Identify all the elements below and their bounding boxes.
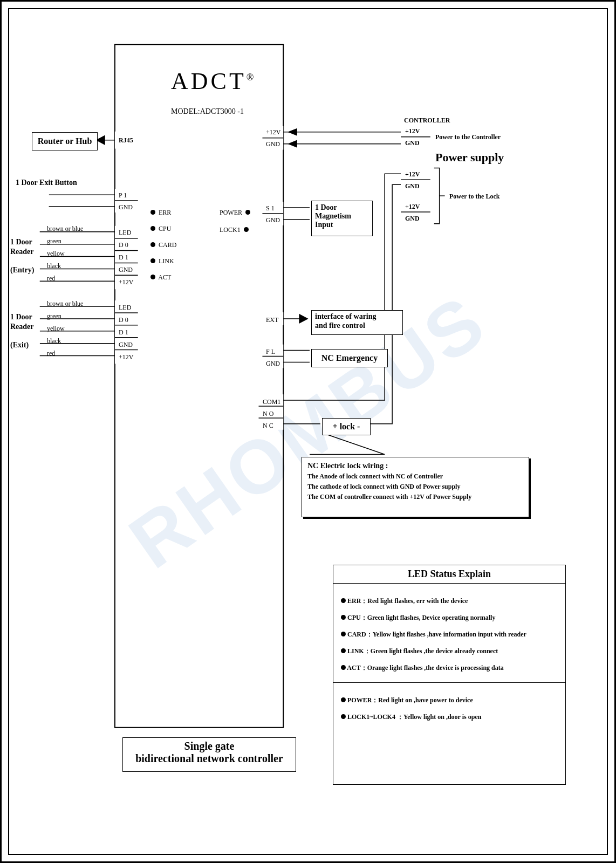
reader-entry-l2: Reader xyxy=(10,248,34,256)
svg-rect-56 xyxy=(33,189,49,205)
legend-link: LINK：Green light flashes ,the device alr… xyxy=(341,647,558,656)
wire-x3: yellow xyxy=(47,325,65,333)
wire-e5: red xyxy=(47,275,55,283)
legend-card: CARD：Yellow light flashes ,have informat… xyxy=(341,630,558,639)
svg-marker-7 xyxy=(289,141,297,147)
nc-wiring-note: NC Electric lock wiring : The Anode of l… xyxy=(302,457,529,517)
legend-title: LED Status Explain xyxy=(333,565,565,584)
reader-entry-l1: 1 Door xyxy=(10,238,32,246)
power-to-lock: Power to the Lock xyxy=(449,193,499,201)
pin-gnd-e: GND xyxy=(119,266,133,274)
exit-button-label: 1 Door Exit Button xyxy=(16,179,77,187)
svg-marker-2 xyxy=(97,136,105,145)
led-power: POWER xyxy=(220,209,250,217)
legend-power: POWER：Red light on ,have power to device xyxy=(341,696,558,705)
wire-e3: yellow xyxy=(47,250,65,258)
pin-led-e: LED xyxy=(119,229,131,237)
rt-nc: N C xyxy=(263,422,273,430)
wire-x1: brown or blue xyxy=(47,300,83,308)
pin-d0-x: D 0 xyxy=(119,316,128,324)
rt-12v: +12V xyxy=(266,128,280,136)
rt-s1: S 1 xyxy=(266,204,275,213)
led-cpu: CPU xyxy=(150,225,171,233)
reader-exit-l1: 1 Door xyxy=(10,313,32,321)
wire-x2: green xyxy=(47,312,61,320)
pin-d1-x: D 1 xyxy=(119,328,128,337)
router-hub-box: Router or Hub xyxy=(32,132,98,150)
psu-l2-12v: +12V xyxy=(405,203,420,211)
wire-x5: red xyxy=(47,350,55,358)
psu-l2-gnd: GND xyxy=(405,215,420,223)
nc-emergency-box: NC Emergency xyxy=(311,349,388,367)
model-label: MODEL:ADCT3000 -1 xyxy=(171,107,244,116)
rt-flgnd: GND xyxy=(266,360,280,368)
led-err: ERR xyxy=(150,209,171,217)
led-lock1: LOCK1 xyxy=(220,226,249,234)
power-supply-label: Power supply xyxy=(435,150,504,165)
legend-act: ACT：Orange light flashes ,the device is … xyxy=(341,663,558,673)
led-link: LINK xyxy=(150,257,174,265)
rt-fl: F L xyxy=(266,348,275,356)
svg-point-57 xyxy=(37,193,45,201)
svg-marker-6 xyxy=(289,129,297,135)
svg-marker-14 xyxy=(299,314,307,323)
inner-frame: RHOMBUS xyxy=(8,8,608,855)
controller-label: CONTROLLER xyxy=(404,117,450,125)
power-to-controller: Power to the Controller xyxy=(435,133,501,141)
pin-12v-e: +12V xyxy=(119,278,133,286)
legend-box: LED Status Explain ERR：Red light flashes… xyxy=(333,565,566,785)
led-card: CARD xyxy=(150,241,176,249)
psu-c-gnd: GND xyxy=(405,139,420,147)
pin-led-x: LED xyxy=(119,304,131,312)
reader-exit-sub: (Exit) xyxy=(10,341,29,350)
caption-box: Single gatebidirectional network control… xyxy=(122,737,296,772)
reader-exit-l2: Reader xyxy=(10,323,34,331)
rt-s1gnd: GND xyxy=(266,216,280,224)
pin-gnd-x: GND xyxy=(119,341,133,349)
rj45-label: RJ45 xyxy=(119,136,133,145)
pin-12v-x: +12V xyxy=(119,353,133,361)
wire-e1: brown or blue xyxy=(47,225,83,233)
psu-l1-12v: +12V xyxy=(405,170,420,179)
legend-err: ERR：Red light flashes, err with the devi… xyxy=(341,597,558,606)
watermark: RHOMBUS xyxy=(114,277,502,586)
svg-rect-0 xyxy=(115,45,283,728)
rt-gnd: GND xyxy=(266,140,280,148)
rt-ext: EXT xyxy=(266,316,278,324)
waring-box: interface of waringand fire control xyxy=(311,310,403,335)
rt-com1: COM1 xyxy=(263,398,280,406)
legend-cpu: CPU：Green light flashes, Device operatin… xyxy=(341,613,558,622)
wiring-diagram: RHOMBUS xyxy=(0,0,616,863)
wire-e2: green xyxy=(47,237,61,245)
wire-e4: black xyxy=(47,262,61,270)
led-act: ACT xyxy=(150,273,171,282)
psu-l1-gnd: GND xyxy=(405,182,420,190)
legend-lock: LOCK1~LOCK4 ：Yellow light on ,door is op… xyxy=(341,713,558,722)
rt-no: N O xyxy=(263,410,273,418)
psu-c-12v: +12V xyxy=(405,127,420,135)
magnetism-box: 1 DoorMagnetismInput xyxy=(311,201,373,236)
pin-d0-e: D 0 xyxy=(119,241,128,249)
reader-entry-sub: (Entry) xyxy=(10,266,34,275)
pin-p1: P 1 xyxy=(119,191,127,200)
lock-box: + lock - xyxy=(322,418,371,435)
wire-x4: black xyxy=(47,337,61,345)
brand: ADCT® xyxy=(171,67,256,95)
pin-d1-e: D 1 xyxy=(119,254,128,262)
pin-gnd-1: GND xyxy=(119,203,133,211)
